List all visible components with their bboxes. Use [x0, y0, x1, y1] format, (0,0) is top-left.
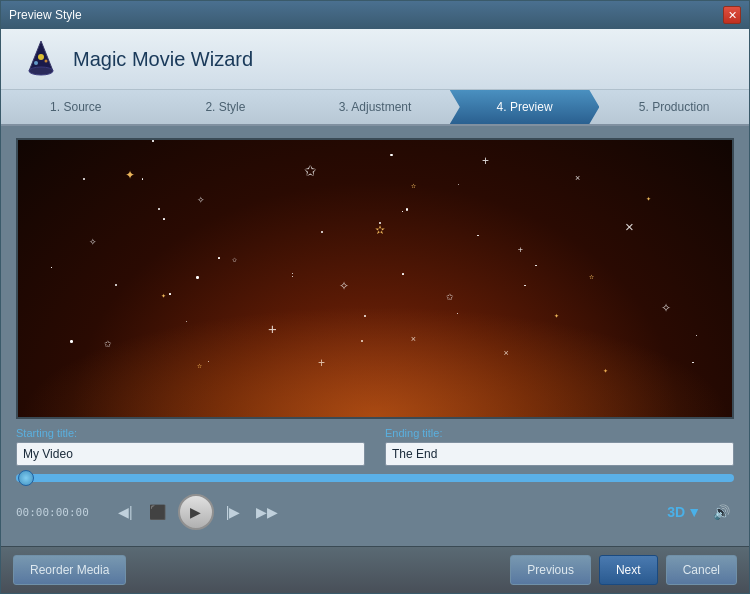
footer: Reorder Media Previous Next Cancel: [1, 546, 749, 593]
timeline-thumb[interactable]: [18, 470, 34, 486]
fast-forward-button[interactable]: ▶▶: [252, 502, 282, 522]
starting-title-input[interactable]: [16, 442, 365, 466]
cancel-button[interactable]: Cancel: [666, 555, 737, 585]
ending-title-label: Ending title:: [385, 427, 734, 439]
timeline-track[interactable]: [16, 474, 734, 482]
step-forward-button[interactable]: |▶: [222, 502, 245, 522]
step-preview[interactable]: 4. Preview: [450, 90, 600, 124]
titles-row: Starting title: Ending title:: [16, 427, 734, 466]
wizard-icon: [21, 39, 61, 79]
close-button[interactable]: ✕: [723, 6, 741, 24]
timeline-row: [16, 474, 734, 482]
title-bar: Preview Style ✕: [1, 1, 749, 29]
svg-point-1: [29, 67, 53, 75]
wizard-title: Magic Movie Wizard: [73, 48, 253, 71]
video-background: ✦✧✩✫+×✦✧✩✫+×✦✧✩✫+×✦✧✩✫+×✦: [18, 140, 732, 417]
starting-title-group: Starting title:: [16, 427, 365, 466]
time-display: 00:00:00:00: [16, 506, 106, 519]
ending-title-input[interactable]: [385, 442, 734, 466]
step-source[interactable]: 1. Source: [1, 90, 151, 124]
video-preview: ✦✧✩✫+×✦✧✩✫+×✦✧✩✫+×✦✧✩✫+×✦: [16, 138, 734, 419]
threed-label: 3D: [667, 504, 685, 520]
window-title: Preview Style: [9, 8, 82, 22]
ending-title-group: Ending title:: [385, 427, 734, 466]
controls-row: 00:00:00:00 ◀| ⬛ ▶ |▶ ▶▶ 3D ▼ 🔊: [16, 490, 734, 534]
step-back-button[interactable]: ◀|: [114, 502, 137, 522]
svg-point-3: [34, 61, 38, 65]
volume-button[interactable]: 🔊: [709, 502, 734, 522]
stop-button[interactable]: ⬛: [145, 502, 170, 522]
threed-button[interactable]: 3D ▼: [667, 504, 701, 520]
step-production[interactable]: 5. Production: [599, 90, 749, 124]
svg-point-4: [45, 60, 48, 63]
threed-arrow: ▼: [687, 504, 701, 520]
previous-button[interactable]: Previous: [510, 555, 591, 585]
next-button[interactable]: Next: [599, 555, 658, 585]
main-content: ✦✧✩✫+×✦✧✩✫+×✦✧✩✫+×✦✧✩✫+×✦ Starting title…: [1, 126, 749, 546]
header: Magic Movie Wizard: [1, 29, 749, 90]
reorder-media-button[interactable]: Reorder Media: [13, 555, 126, 585]
ground-glow: [18, 306, 732, 417]
main-window: Preview Style ✕ Magic Movie Wizard 1. So…: [0, 0, 750, 594]
steps-bar: 1. Source 2. Style 3. Adjustment 4. Prev…: [1, 90, 749, 126]
step-style[interactable]: 2. Style: [151, 90, 301, 124]
play-button[interactable]: ▶: [178, 494, 214, 530]
step-adjustment[interactable]: 3. Adjustment: [300, 90, 450, 124]
starting-title-label: Starting title:: [16, 427, 365, 439]
svg-point-2: [38, 54, 44, 60]
